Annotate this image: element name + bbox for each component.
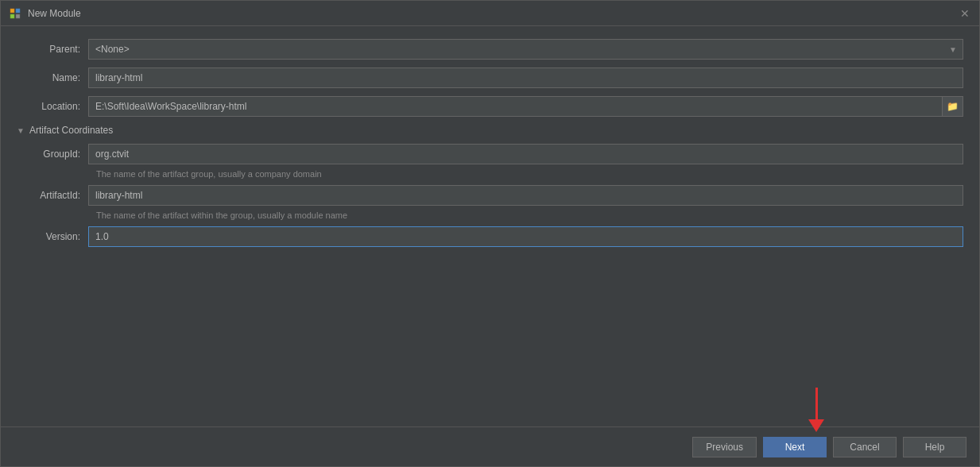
artifact-section-title: Artifact Coordinates (29, 125, 113, 136)
groupid-help-text: The name of the artifact group, usually … (96, 169, 963, 179)
svg-rect-3 (16, 14, 20, 18)
artifactid-label: ArtifactId: (17, 190, 88, 201)
module-icon (9, 7, 21, 20)
arrow-head (808, 419, 824, 432)
cancel-button[interactable]: Cancel (833, 437, 897, 457)
collapse-toggle[interactable]: ▼ (17, 126, 25, 135)
location-label: Location: (17, 101, 88, 112)
dialog-content: Parent: <None> ▼ Name: Location: 📁 (1, 26, 979, 426)
groupid-input-wrap (88, 144, 963, 164)
name-row: Name: (17, 68, 963, 88)
location-input[interactable] (88, 96, 943, 117)
browse-button[interactable]: 📁 (943, 96, 963, 117)
location-wrap: 📁 (88, 96, 963, 117)
name-label: Name: (17, 72, 88, 83)
artifactid-input[interactable] (88, 185, 963, 206)
groupid-input[interactable] (88, 144, 963, 164)
version-input[interactable] (88, 226, 963, 247)
parent-select[interactable]: <None> (88, 39, 963, 60)
svg-rect-0 (10, 9, 14, 13)
artifactid-input-wrap (88, 185, 963, 206)
arrow-line (815, 388, 818, 419)
title-bar: New Module ✕ (1, 1, 979, 26)
artifact-section-header: ▼ Artifact Coordinates (17, 125, 963, 136)
dialog-title: New Module (28, 8, 81, 19)
name-input[interactable] (88, 68, 963, 88)
version-input-wrap (88, 226, 963, 247)
close-button[interactable]: ✕ (959, 7, 971, 20)
svg-rect-1 (16, 9, 20, 13)
name-input-wrap (88, 68, 963, 88)
groupid-row: GroupId: (17, 144, 963, 164)
groupid-label: GroupId: (17, 149, 88, 160)
version-label: Version: (17, 231, 88, 242)
arrow-indicator (808, 388, 824, 432)
artifactid-help-text: The name of the artifact within the grou… (96, 210, 963, 220)
parent-select-wrap: <None> ▼ (88, 39, 963, 60)
bottom-bar: Previous Next Cancel Help (1, 426, 979, 466)
next-button[interactable]: Next (763, 437, 827, 457)
new-module-dialog: New Module ✕ Parent: <None> ▼ Name: Loca… (0, 0, 980, 467)
version-row: Version: (17, 226, 963, 247)
previous-button[interactable]: Previous (692, 437, 757, 457)
svg-rect-2 (10, 14, 14, 18)
parent-row: Parent: <None> ▼ (17, 39, 963, 60)
folder-icon: 📁 (947, 101, 959, 112)
artifactid-row: ArtifactId: (17, 185, 963, 206)
title-bar-left: New Module (9, 7, 81, 20)
parent-label: Parent: (17, 44, 88, 55)
location-row: Location: 📁 (17, 96, 963, 117)
help-button[interactable]: Help (903, 437, 966, 457)
